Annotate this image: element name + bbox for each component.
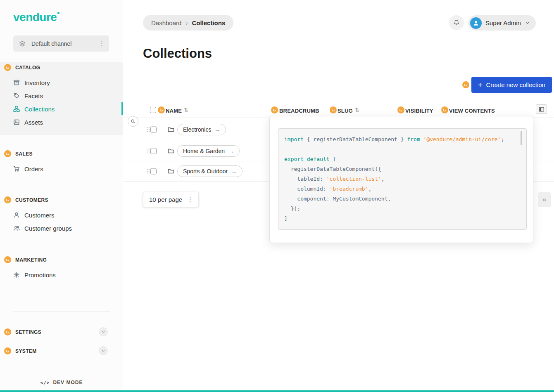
code-snippet[interactable]: import { registerDataTableComponent } fr… xyxy=(278,128,527,230)
arrow-right-icon: → xyxy=(214,126,220,133)
sort-name-icon[interactable]: ⇅ xyxy=(184,107,188,113)
sidebar-section-system[interactable]: SYSTEM xyxy=(4,347,37,354)
dev-badge-view-contents-column[interactable] xyxy=(441,106,448,113)
arrow-right-icon: → xyxy=(231,168,237,175)
user-icon xyxy=(473,20,479,26)
drag-handle[interactable] xyxy=(146,168,150,175)
drag-handle[interactable] xyxy=(146,148,150,154)
system-expand-button[interactable] xyxy=(99,346,108,355)
row-checkbox[interactable] xyxy=(150,126,157,132)
select-all-checkbox[interactable] xyxy=(150,107,156,113)
dev-badge-ring-icon xyxy=(272,108,277,112)
logo-dot xyxy=(57,12,59,14)
sidebar-item-customers[interactable]: Customers xyxy=(13,210,55,220)
column-header-visibility: VISIBILITY xyxy=(405,108,433,114)
channel-selector[interactable]: Default channel ⋮ xyxy=(13,35,109,52)
image-icon xyxy=(13,119,20,125)
drag-dots-icon xyxy=(146,168,150,175)
dev-badge-breadcrumb-column[interactable] xyxy=(271,106,278,113)
scrollbar-thumb[interactable] xyxy=(521,131,522,145)
row-checkbox[interactable] xyxy=(150,168,157,175)
nav-item-label: Facets xyxy=(24,92,43,99)
nav-item-label: Customer groups xyxy=(24,225,72,232)
dev-badge-marketing[interactable] xyxy=(4,256,11,263)
dev-badge-ring-icon xyxy=(5,330,10,334)
nav-item-label: Orders xyxy=(24,165,43,172)
collection-link-home-garden[interactable]: Home & Garden → xyxy=(177,145,240,157)
column-settings-button[interactable] xyxy=(536,104,547,114)
settings-expand-button[interactable] xyxy=(99,327,108,336)
vendure-logo[interactable]: vendure xyxy=(13,11,59,24)
sidebar-item-promotions[interactable]: Promotions xyxy=(13,270,56,280)
dev-badge-name-column[interactable] xyxy=(158,106,165,113)
collection-link-sports-outdoor[interactable]: Sports & Outdoor → xyxy=(177,165,243,177)
column-header-breadcrumb: BREADCRUMB xyxy=(279,108,319,114)
breadcrumb-dashboard[interactable]: Dashboard xyxy=(151,19,181,26)
avatar xyxy=(470,17,482,29)
sort-slug-icon[interactable]: ⇅ xyxy=(355,107,359,113)
sidebar-item-facets[interactable]: Facets xyxy=(13,91,43,101)
sidebar-section-settings[interactable]: SETTINGS xyxy=(4,328,41,335)
inventory-icon xyxy=(13,79,20,86)
tag-icon xyxy=(13,92,20,99)
folder-icon xyxy=(168,168,174,175)
layers-icon xyxy=(19,40,26,47)
dev-badge-catalog[interactable] xyxy=(4,64,11,71)
sidebar-divider xyxy=(13,312,110,312)
folder-icon xyxy=(168,126,174,133)
sidebar-item-customer-groups[interactable]: Customer groups xyxy=(13,223,72,233)
dev-badge-ring-icon xyxy=(5,151,10,156)
notifications-button[interactable] xyxy=(449,15,464,30)
sidebar-item-assets[interactable]: Assets xyxy=(13,117,43,127)
dev-mode-toggle[interactable]: </> DEV MODE xyxy=(0,380,123,385)
nav-item-label: Collections xyxy=(24,106,55,113)
sidebar-item-orders[interactable]: Orders xyxy=(13,164,43,174)
logo-text: vendure xyxy=(13,11,57,24)
sidebar-section-marketing[interactable]: MARKETING xyxy=(4,256,47,263)
create-button-label: Create new collection xyxy=(486,81,545,88)
dev-badge-system[interactable] xyxy=(4,347,11,354)
row-checkbox[interactable] xyxy=(150,148,157,154)
channel-label: Default channel xyxy=(31,40,93,47)
dev-badge-create-button[interactable] xyxy=(462,81,469,88)
column-header-slug: SLUG xyxy=(338,108,353,114)
chevron-down-icon xyxy=(101,329,106,334)
divider xyxy=(123,75,554,75)
dev-badge-customers[interactable] xyxy=(4,196,11,203)
section-label: SALES xyxy=(15,151,33,157)
active-item-indicator xyxy=(121,102,123,115)
dev-badge-ring-icon xyxy=(5,65,10,70)
section-label: CUSTOMERS xyxy=(15,197,48,203)
dev-badge-ring-icon xyxy=(5,198,10,202)
page-title: Collections xyxy=(143,46,212,61)
nav-item-label: Promotions xyxy=(24,272,56,279)
sidebar-item-inventory[interactable]: Inventory xyxy=(13,78,50,87)
dev-mode-popover: import { registerDataTableComponent } fr… xyxy=(269,116,533,243)
dev-badge-settings[interactable] xyxy=(4,328,11,335)
dev-badge-ring-icon xyxy=(442,108,447,112)
collection-link-electronics[interactable]: Electronics → xyxy=(177,124,226,135)
dev-mode-bar xyxy=(0,390,554,392)
breadcrumb-collections[interactable]: Collections xyxy=(192,19,225,26)
dev-badge-ring-icon xyxy=(5,349,10,353)
dev-badge-slug-column[interactable] xyxy=(330,106,337,113)
breadcrumb: Dashboard › Collections xyxy=(143,15,233,31)
sidebar-item-collections[interactable]: Collections xyxy=(13,104,55,114)
chevron-down-icon xyxy=(101,348,106,353)
column-header-view-contents: VIEW CONTENTS xyxy=(449,108,495,114)
user-menu[interactable]: Super Admin xyxy=(468,15,536,31)
sidebar-section-catalog[interactable]: CATALOG xyxy=(4,64,40,71)
section-label: SYSTEM xyxy=(15,348,37,354)
user-name: Super Admin xyxy=(485,19,521,26)
items-per-page-select[interactable]: 10 per page ⋮ xyxy=(143,192,199,207)
section-label: MARKETING xyxy=(15,257,47,263)
next-page-button[interactable]: » xyxy=(538,192,551,207)
code-icon: </> xyxy=(40,380,50,385)
dev-badge-sales[interactable] xyxy=(4,150,11,157)
drag-handle[interactable] xyxy=(146,126,150,132)
dev-badge-visibility-column[interactable] xyxy=(397,106,404,113)
create-new-collection-button[interactable]: + Create new collection xyxy=(471,77,552,93)
sidebar-section-sales[interactable]: SALES xyxy=(4,150,33,157)
sidebar-section-customers[interactable]: CUSTOMERS xyxy=(4,196,48,203)
columns-icon xyxy=(538,106,544,112)
